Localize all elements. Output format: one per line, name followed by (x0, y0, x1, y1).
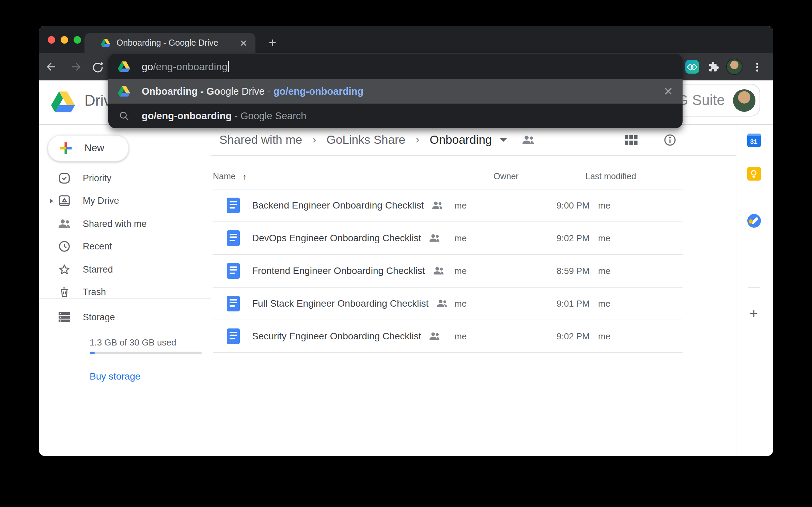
new-tab-button[interactable]: + (264, 34, 281, 52)
grid-view-button[interactable] (624, 134, 638, 146)
omnibox-typed-text: go (142, 61, 153, 72)
file-owner: me (454, 331, 546, 341)
file-table-header: Name ↑ Owner Last modified (213, 164, 682, 189)
drive-favicon (101, 39, 110, 47)
sidebar-item-label: Priority (83, 173, 111, 183)
drive-page: Drive G Suite New (39, 80, 773, 456)
breadcrumb-separator-icon: › (312, 133, 316, 147)
file-modified-by: me (598, 233, 610, 243)
file-name: Security Engineer Onboarding Checklist (252, 331, 421, 341)
sidebar-item-label: Shared with me (83, 219, 147, 229)
starred-icon (58, 263, 71, 276)
zoom-window-button[interactable] (74, 36, 81, 44)
file-name: Backend Engineer Onboarding Checklist (252, 200, 424, 211)
breadcrumb-divider (211, 155, 735, 156)
file-modified-by: me (598, 298, 610, 308)
file-row[interactable]: DevOps Engineer Onboarding Checklist me … (213, 221, 682, 255)
google-doc-icon (227, 263, 239, 278)
sidebar-item-label: Starred (83, 264, 113, 275)
forward-button[interactable] (67, 58, 85, 76)
browser-profile-button[interactable] (725, 58, 743, 76)
file-shared-icon (432, 200, 443, 210)
file-row[interactable]: Security Engineer Onboarding Checklist m… (213, 320, 682, 353)
file-row[interactable]: Backend Engineer Onboarding Checklist me… (213, 189, 682, 222)
suggestion-title-bold: Onboarding - Go (142, 86, 220, 97)
expand-caret-icon[interactable] (49, 198, 53, 204)
tasks-icon[interactable] (747, 214, 761, 227)
text-cursor (228, 61, 229, 72)
breadcrumb-onboarding[interactable]: Onboarding (430, 133, 492, 147)
omnibox-dropdown: go/eng-onboarding Onboarding - Google Dr… (108, 54, 683, 128)
chrome-menu-button[interactable] (748, 58, 766, 76)
google-doc-icon (227, 295, 239, 311)
storage-progress-fill (90, 352, 94, 354)
omnibox-input[interactable]: go/eng-onboarding (108, 54, 683, 79)
my-drive-icon (58, 195, 71, 208)
google-doc-icon (227, 230, 239, 246)
column-header-name[interactable]: Name (213, 172, 236, 181)
file-owner: me (454, 200, 546, 210)
drive-logo (51, 91, 75, 112)
buy-storage-link[interactable]: Buy storage (90, 371, 140, 382)
folder-menu-caret-icon[interactable] (500, 138, 507, 141)
drive-favicon (118, 85, 130, 97)
recent-icon (58, 240, 71, 253)
breadcrumb-golinks-share[interactable]: GoLinks Share (327, 133, 406, 147)
google-doc-icon (227, 197, 239, 213)
minimize-window-button[interactable] (61, 36, 68, 44)
file-name: DevOps Engineer Onboarding Checklist (252, 232, 421, 243)
back-button[interactable] (42, 58, 60, 76)
calendar-icon[interactable]: 31 (747, 134, 761, 147)
kebab-menu-icon (756, 61, 758, 73)
reload-icon (92, 61, 103, 73)
tab-strip: Onboarding - Google Drive ✕ + (39, 26, 773, 53)
golinks-extension-button[interactable] (683, 58, 701, 76)
column-header-modified[interactable]: Last modified (585, 172, 682, 181)
file-modified-time: 9:02 PM (557, 331, 590, 341)
extensions-button[interactable] (704, 58, 722, 76)
profile-avatar (726, 59, 742, 75)
file-row[interactable]: Frontend Engineer Onboarding Checklist m… (213, 254, 682, 288)
sidebar-item-label: Recent (83, 242, 112, 252)
close-window-button[interactable] (48, 36, 55, 44)
info-button[interactable] (663, 134, 676, 146)
google-plus-icon (59, 141, 73, 155)
sort-ascending-icon[interactable]: ↑ (243, 171, 247, 182)
browser-tab[interactable]: Onboarding - Google Drive ✕ (84, 33, 255, 53)
add-addon-button[interactable]: + (747, 307, 761, 320)
sidebar-item-priority[interactable]: Priority (39, 167, 211, 189)
breadcrumb-separator-icon: › (416, 133, 419, 147)
gsuite-label: G Suite (677, 92, 725, 108)
file-modified-by: me (598, 200, 610, 210)
side-panel-section-divider (748, 287, 760, 288)
tab-title: Onboarding - Google Drive (116, 38, 238, 48)
google-doc-icon (227, 328, 239, 344)
storage-icon (58, 311, 71, 324)
storage-usage-text: 1.3 GB of 30 GB used (90, 337, 176, 348)
file-owner: me (454, 233, 546, 243)
file-name: Frontend Engineer Onboarding Checklist (252, 265, 425, 276)
breadcrumb-shared-with-me[interactable]: Shared with me (219, 133, 302, 147)
file-row[interactable]: Full Stack Engineer Onboarding Checklist… (213, 287, 682, 320)
reload-button[interactable] (89, 58, 106, 76)
column-header-owner[interactable]: Owner (494, 172, 585, 181)
search-icon (118, 110, 130, 122)
keep-icon[interactable] (747, 167, 761, 181)
suggestion-search-label: Google Search (240, 110, 306, 121)
new-button[interactable]: New (48, 135, 129, 161)
sidebar-item-label: Storage (83, 312, 115, 323)
suggestion-drive[interactable]: Onboarding - Google Drive - go/eng-onboa… (108, 79, 683, 104)
account-avatar[interactable] (733, 89, 755, 111)
file-shared-icon (430, 233, 440, 243)
suggestion-google-search[interactable]: go/eng-onboarding - Google Search (108, 104, 683, 128)
puzzle-icon (707, 61, 719, 73)
folder-shared-icon (522, 134, 535, 145)
remove-suggestion-icon[interactable]: ✕ (663, 84, 673, 98)
file-modified-time: 8:59 PM (557, 265, 590, 276)
file-shared-icon (433, 266, 444, 275)
file-modified-by: me (598, 331, 610, 341)
grid-view-icon (624, 135, 637, 145)
browser-window: Onboarding - Google Drive ✕ + (39, 26, 773, 456)
file-modified-time: 9:00 PM (557, 200, 590, 210)
tab-close-icon[interactable]: ✕ (238, 37, 249, 49)
